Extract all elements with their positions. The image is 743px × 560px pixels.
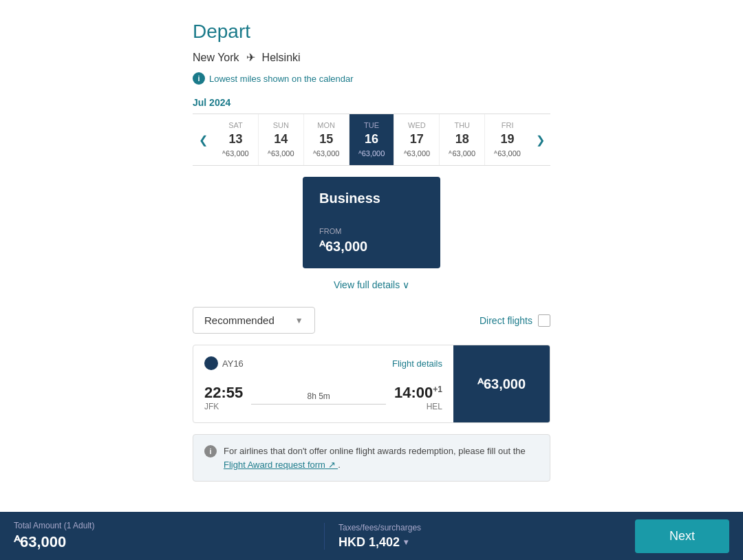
cabin-from-label: FROM (319, 227, 424, 235)
day-cell-16[interactable]: TUE 16 ᴬ63,000 (349, 114, 395, 165)
days-container: SAT 13 ᴬ63,000 SUN 14 ᴬ63,000 MON 15 ᴬ63… (213, 114, 530, 165)
dropdown-chevron-icon: ▼ (295, 316, 303, 325)
day-offset: +1 (433, 385, 442, 394)
total-value: ᴬ63,000 (14, 533, 310, 551)
flight-header: AY16 Flight details (204, 356, 442, 370)
view-details-link[interactable]: View full details ∨ (193, 279, 550, 290)
prev-arrow[interactable]: ❮ (193, 128, 213, 152)
day-cell-19[interactable]: FRI 19 ᴬ63,000 (485, 114, 530, 165)
calendar-nav: ❮ SAT 13 ᴬ63,000 SUN 14 ᴬ63,000 MON 15 ᴬ… (193, 114, 550, 166)
day-num: 15 (307, 132, 346, 147)
flight-times: 22:55 JFK 8h 5m 14:00+1 HEL (204, 384, 442, 411)
filter-row: Recommended ▼ Direct flights (193, 307, 550, 334)
flight-line-hr (251, 404, 386, 405)
day-miles: ᴬ63,000 (307, 149, 346, 158)
flight-card[interactable]: AY16 Flight details 22:55 JFK 8h 5m 14:0… (193, 345, 550, 423)
day-num: 19 (488, 132, 527, 147)
info-footer: i For airlines that don't offer online f… (193, 434, 550, 482)
day-cell-18[interactable]: THU 18 ᴬ63,000 (440, 114, 485, 165)
direct-flights-label: Direct flights (480, 315, 532, 326)
info-icon: i (193, 72, 205, 85)
airline-code: AY16 (222, 358, 244, 369)
airline-badge: AY16 (204, 356, 244, 370)
airline-logo (204, 356, 218, 370)
total-label: Total Amount (1 Adult) (14, 521, 310, 530)
cabin-price: ᴬ63,000 (319, 238, 424, 255)
flight-details-link[interactable]: Flight details (392, 358, 442, 369)
day-num: 18 (442, 132, 482, 147)
day-miles: ᴬ63,000 (261, 149, 301, 158)
day-cell-17[interactable]: WED 17 ᴬ63,000 (394, 114, 440, 165)
sort-label: Recommended (204, 314, 274, 326)
day-num: 17 (397, 132, 436, 147)
taxes-label: Taxes/fees/surcharges (338, 523, 635, 532)
direct-flights-checkbox[interactable] (538, 314, 550, 327)
taxes-chevron-icon[interactable]: ▾ (404, 537, 408, 547)
info-text: Lowest miles shown on the calendar (209, 74, 354, 84)
destination-city: Helsinki (262, 52, 301, 64)
cabin-card[interactable]: Business FROM ᴬ63,000 (303, 177, 440, 268)
day-miles: ᴬ63,000 (397, 149, 436, 158)
bottom-bar: Total Amount (1 Adult) ᴬ63,000 Taxes/fee… (0, 512, 743, 560)
day-cell-15[interactable]: MON 15 ᴬ63,000 (304, 114, 349, 165)
arrive-block: 14:00+1 HEL (394, 384, 442, 411)
depart-time: 22:55 (204, 384, 243, 402)
page-wrapper: Depart New York ✈ Helsinki i Lowest mile… (0, 0, 743, 560)
direct-flights-filter[interactable]: Direct flights (480, 314, 550, 327)
day-name: TUE (352, 121, 391, 129)
day-num: 13 (216, 132, 255, 147)
plane-icon: ✈ (246, 51, 255, 64)
flight-duration: 8h 5m (307, 391, 330, 401)
taxes-value: HKD 1,402 ▾ (338, 535, 635, 550)
depart-airport: JFK (204, 402, 243, 411)
day-num: 14 (261, 132, 301, 147)
cabin-name: Business (319, 191, 424, 206)
bottom-amount: Total Amount (1 Adult) ᴬ63,000 (14, 521, 310, 551)
footer-info-icon: i (204, 445, 217, 457)
day-name: MON (307, 121, 346, 129)
info-banner: i Lowest miles shown on the calendar (193, 72, 550, 85)
flight-line: 8h 5m (251, 391, 386, 405)
month-label: Jul 2024 (193, 97, 550, 108)
depart-block: 22:55 JFK (204, 384, 243, 411)
sort-dropdown[interactable]: Recommended ▼ (193, 307, 315, 334)
day-name: SAT (216, 121, 255, 129)
route-line: New York ✈ Helsinki (193, 51, 550, 64)
origin-city: New York (193, 52, 239, 64)
day-name: SUN (261, 121, 301, 129)
flight-price: ᴬ63,000 (477, 376, 526, 392)
day-cell-13[interactable]: SAT 13 ᴬ63,000 (213, 114, 259, 165)
day-name: THU (442, 121, 482, 129)
day-miles: ᴬ63,000 (216, 149, 255, 158)
bottom-taxes: Taxes/fees/surcharges HKD 1,402 ▾ (324, 523, 635, 550)
arrive-time: 14:00+1 (394, 384, 442, 402)
day-miles: ᴬ63,000 (352, 149, 391, 158)
day-name: FRI (488, 121, 527, 129)
next-button[interactable]: Next (635, 519, 729, 553)
flight-main: AY16 Flight details 22:55 JFK 8h 5m 14:0… (193, 345, 453, 422)
arrive-airport: HEL (394, 402, 442, 411)
day-name: WED (397, 121, 436, 129)
footer-text: For airlines that don't offer online fli… (224, 444, 539, 471)
flight-award-link[interactable]: Flight Award request form ↗ (224, 460, 338, 470)
day-miles: ᴬ63,000 (442, 149, 482, 158)
day-miles: ᴬ63,000 (488, 149, 527, 158)
next-arrow[interactable]: ❯ (530, 128, 550, 152)
day-num: 16 (352, 132, 391, 147)
page-title: Depart (193, 21, 550, 43)
flight-price-box: ᴬ63,000 (453, 345, 550, 422)
day-cell-14[interactable]: SUN 14 ᴬ63,000 (259, 114, 304, 165)
